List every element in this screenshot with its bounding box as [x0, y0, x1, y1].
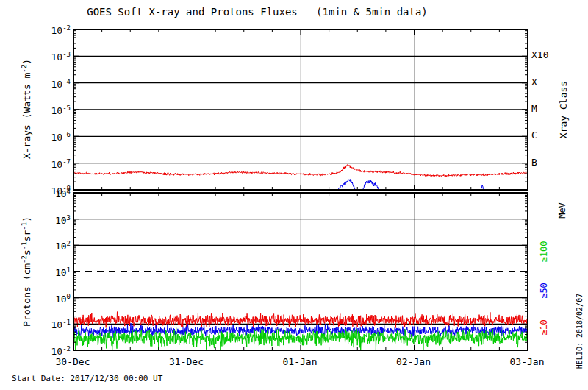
xray-class-x: X: [531, 77, 537, 88]
start-date-label: Start Date: 2017/12/30 00:00 UT: [12, 374, 162, 383]
protons-label-ge100: ≥100: [539, 241, 549, 263]
y-tick-label: 10-2: [37, 24, 71, 35]
xray-axis-label: X-rays (Watts m-2): [21, 59, 32, 159]
chart-canvas: [0, 0, 588, 390]
xray-class-c: C: [531, 130, 537, 141]
x-tick-label-02-jan: 02-Jan: [381, 356, 447, 367]
protons-axis-label: Protons (cm-2s-1sr-1): [21, 216, 32, 327]
y-tick-label: 10-5: [37, 104, 71, 116]
goes-flux-chart-page: GOES Soft X-ray and Protons Fluxes (1min…: [0, 0, 588, 390]
xray-class-x10: X10: [531, 49, 548, 60]
protons-label-ge10: ≥10: [539, 319, 549, 336]
y-tick-label: 100: [37, 292, 71, 304]
y-tick-label: 103: [37, 213, 71, 225]
y-tick-label: 10-1: [37, 318, 71, 330]
y-tick-label: 104: [37, 187, 71, 199]
y-tick-label: 102: [37, 239, 71, 251]
credit-label: HELIO: 2018/02/07: [576, 294, 584, 369]
y-tick-label: 10-6: [37, 130, 71, 142]
protons-label-MeV: MeV: [557, 202, 567, 219]
y-tick-label: 10-4: [37, 77, 71, 89]
xray-class-m: M: [531, 103, 537, 114]
y-tick-label: 101: [37, 266, 71, 277]
xray-class-axis-label: Xray Class: [558, 81, 569, 138]
x-tick-label-03-jan: 03-Jan: [494, 356, 560, 367]
protons-label-ge50: ≥50: [539, 283, 549, 299]
y-tick-label: 10-2: [37, 344, 71, 356]
x-tick-label-30-dec: 30-Dec: [40, 356, 106, 367]
y-tick-label: 10-3: [37, 50, 71, 62]
x-tick-label-01-jan: 01-Jan: [267, 356, 333, 367]
x-tick-label-31-dec: 31-Dec: [154, 356, 220, 367]
y-tick-label: 10-7: [37, 157, 71, 169]
xray-class-b: B: [531, 157, 537, 168]
